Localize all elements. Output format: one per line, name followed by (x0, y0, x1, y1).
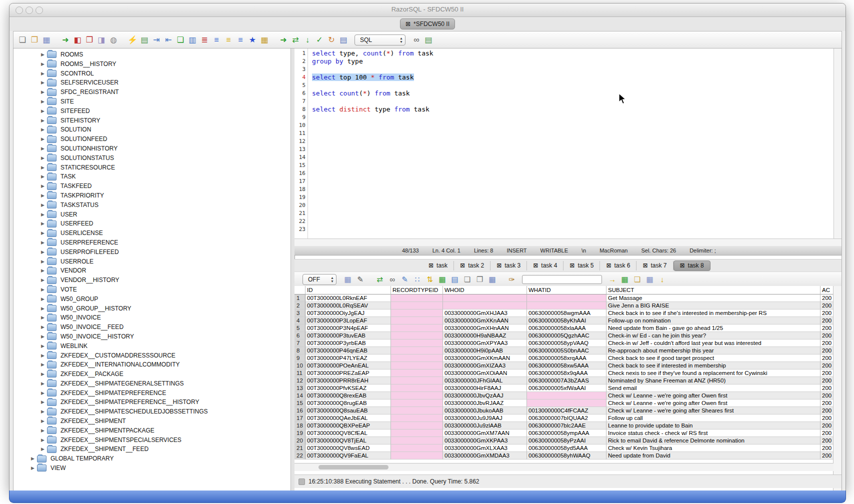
tree-item-solutionstatus[interactable]: ▶SOLUTIONSTATUS (14, 154, 290, 163)
data-cell[interactable]: 00T3000000P46qnEAB (306, 347, 391, 354)
results-tab-task-5[interactable]: ⊠task 5 (564, 261, 600, 270)
disclosure-triangle-icon[interactable]: ▶ (41, 398, 47, 407)
data-cell[interactable]: 00T3000000QV8CfEAL (306, 430, 391, 437)
data-cell[interactable] (391, 384, 443, 392)
data-cell[interactable] (391, 377, 443, 384)
results-tab-task-7[interactable]: ⊠task 7 (636, 261, 673, 270)
data-cell[interactable]: Check w/ Leanne - we're going after Shea… (606, 407, 820, 414)
data-cell[interactable]: 200 (820, 422, 834, 430)
data-cell[interactable] (391, 437, 443, 444)
data-cell[interactable]: 200 (820, 407, 834, 414)
data-cell[interactable]: 200 (820, 400, 834, 407)
data-cell[interactable] (391, 444, 443, 452)
data-cell[interactable] (391, 332, 443, 340)
disclosure-triangle-icon[interactable]: ▶ (31, 464, 37, 473)
save-icon[interactable]: ▦ (40, 34, 52, 46)
tab-close-icon[interactable]: ⊠ (406, 20, 410, 28)
data-cell[interactable] (391, 302, 443, 310)
download-icon[interactable]: ↓ (656, 274, 668, 286)
tree-item-zkfedex__package[interactable]: ▶ZKFEDEX__PACKAGE (14, 370, 290, 379)
disclosure-triangle-icon[interactable]: ▶ (41, 304, 47, 314)
tree-item-zkfedex__shipmategeneralsettings[interactable]: ▶ZKFEDEX__SHIPMATEGENERALSETTINGS (14, 379, 290, 388)
data-cell[interactable]: 00T3000000POeAnEAL (306, 362, 391, 370)
data-cell[interactable]: 00T3000000Q8rexEAB (306, 392, 391, 400)
editor-vertical-scrollbar[interactable] (834, 48, 842, 238)
data-cell[interactable]: 0033000000JbvRJAAZ (443, 400, 527, 407)
data-cell[interactable] (391, 370, 443, 377)
tree-item-zkfedex__shipmentpackage[interactable]: ▶ZKFEDEX__SHIPMENTPACKAGE (14, 426, 290, 436)
disclosure-triangle-icon[interactable]: ▶ (41, 50, 47, 60)
database-tree[interactable]: ▶ROOMS▶ROOMS__HISTORY▶SCONTROL▶SELFSERVI… (14, 48, 290, 490)
data-cell[interactable]: 200 (820, 370, 834, 377)
tree-item-taskpriority[interactable]: ▶TASKPRIORITY (14, 191, 290, 200)
data-cell[interactable]: 00T3000000PfvKSEAZ (306, 384, 391, 392)
data-cell[interactable]: 200 (820, 310, 834, 317)
disclosure-triangle-icon[interactable]: ▶ (41, 322, 47, 332)
data-cell[interactable]: 200 (820, 302, 834, 310)
data-cell[interactable]: 0033000000GmXKnAAN (443, 317, 527, 324)
tree-item-selfserviceuser[interactable]: ▶SELFSERVICEUSER (14, 78, 290, 88)
disclosure-triangle-icon[interactable]: ▶ (41, 342, 47, 351)
data-cell[interactable]: 0033000000JbvQzAAJ (443, 392, 527, 400)
data-cell[interactable]: 200 (820, 354, 834, 362)
data-cell[interactable]: 00T3000000QBXPeEAP (306, 422, 391, 430)
editor-horizontal-scrollbar[interactable] (294, 238, 842, 246)
sql-mode-select[interactable]: SQL▲▼ (354, 34, 406, 46)
disclosure-triangle-icon[interactable]: ▶ (41, 370, 47, 379)
disclosure-triangle-icon[interactable]: ▶ (41, 163, 47, 172)
tree-item-rooms[interactable]: ▶ROOMS (14, 50, 290, 60)
tree-item-zkfedex__shipmatepreference__history[interactable]: ▶ZKFEDEX__SHIPMATEPREFERENCE__HISTORY (14, 398, 290, 407)
data-cell[interactable]: 00T3000000P3yrbEAB (306, 340, 391, 347)
disclosure-triangle-icon[interactable]: ▶ (41, 388, 47, 398)
data-cell[interactable]: 006300000058xlaAAA (527, 324, 606, 332)
tree-item-zkfedex__shipment[interactable]: ▶ZKFEDEX__SHIPMENT (14, 416, 290, 426)
data-cell[interactable]: 00T3000000P47LYEAZ (306, 354, 391, 362)
data-cell[interactable] (391, 347, 443, 354)
execute-sql-icon[interactable]: ⚡ (126, 34, 138, 46)
primary-key-icon[interactable]: ✑ (506, 274, 518, 286)
column-header-id[interactable]: ID (306, 286, 391, 294)
new-connection-icon[interactable]: ◨ (96, 34, 108, 46)
disclosure-triangle-icon[interactable]: ▶ (41, 182, 47, 191)
data-cell[interactable]: 200 (820, 340, 834, 347)
disclosure-triangle-icon[interactable]: ▶ (41, 88, 47, 97)
data-cell[interactable]: Follow up call (606, 414, 820, 422)
disclosure-triangle-icon[interactable]: ▶ (41, 379, 47, 388)
data-cell[interactable]: 0033000000GmXMDAA3 (443, 452, 527, 460)
disclosure-triangle-icon[interactable]: ▶ (41, 285, 47, 294)
tree-item-zkfedex__shipmatescheduledjobssettings[interactable]: ▶ZKFEDEX__SHIPMATESCHEDULEDJOBSSETTINGS (14, 407, 290, 416)
data-cell[interactable]: 0033000000H9aNBAAZ (443, 332, 527, 340)
disclosure-triangle-icon[interactable]: ▶ (41, 313, 47, 322)
new-file-icon[interactable]: ❏ (16, 34, 28, 46)
column-header-recordtypeid[interactable]: RECORDTYPEID (391, 286, 443, 294)
data-cell[interactable] (391, 414, 443, 422)
undo-icon[interactable]: ↻ (326, 34, 338, 46)
data-cell[interactable] (391, 354, 443, 362)
data-cell[interactable]: Check w/ Leanne - we're going after Owen… (606, 392, 820, 400)
disclosure-triangle-icon[interactable]: ▶ (41, 426, 47, 436)
data-cell[interactable]: 00T3000000QV8TjEAL (306, 437, 391, 444)
database-icon[interactable]: ◍ (108, 34, 120, 46)
data-cell[interactable]: 200 (820, 377, 834, 384)
disclosure-triangle-icon[interactable]: ▶ (41, 134, 47, 144)
data-cell[interactable]: Follow-up on nomination (606, 317, 820, 324)
data-cell[interactable]: 0033000000HirF8AAJ (443, 384, 527, 392)
data-cell[interactable]: Check back to see if good target prospec… (606, 354, 820, 362)
tab-close-icon[interactable]: ⊠ (460, 261, 465, 270)
tree-item-view[interactable]: ▶VIEW (14, 464, 290, 473)
data-cell[interactable]: Check nexis to see if they've found a re… (606, 370, 820, 377)
data-cell[interactable]: Check back in to see if she's interested… (606, 310, 820, 317)
data-cell[interactable]: 00T3000000Q8rugEAB (306, 400, 391, 407)
data-cell[interactable] (391, 294, 443, 302)
column-header-whoid[interactable]: WHOID (443, 286, 527, 294)
data-cell[interactable] (443, 302, 527, 310)
tree-item-userfeed[interactable]: ▶USERFEED (14, 219, 290, 228)
results-tab-task-2[interactable]: ⊠task 2 (454, 261, 490, 270)
disclosure-triangle-icon[interactable]: ▶ (41, 257, 47, 266)
data-cell[interactable] (391, 392, 443, 400)
disclosure-triangle-icon[interactable]: ▶ (41, 69, 47, 78)
disclosure-triangle-icon[interactable]: ▶ (41, 219, 47, 228)
tab-close-icon[interactable]: ⊠ (496, 261, 502, 270)
grid-hscroll-thumb[interactable] (318, 465, 388, 470)
go-next-icon[interactable]: → (606, 274, 618, 286)
